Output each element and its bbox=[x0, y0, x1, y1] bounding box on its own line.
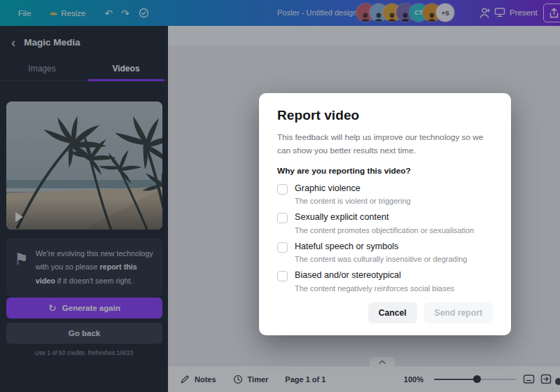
option-biased-stereotypical[interactable]: Biased and/or stereotypical The content … bbox=[277, 270, 493, 293]
send-report-button[interactable]: Send report bbox=[424, 302, 493, 323]
report-video-dialog: Report video This feedback will help us … bbox=[259, 93, 511, 335]
canva-editor: s File Resize ↶ ↷ Poster - Untitled desi… bbox=[0, 0, 560, 392]
checkbox[interactable] bbox=[277, 242, 288, 253]
option-hateful-speech[interactable]: Hateful speech or symbols The content wa… bbox=[277, 241, 493, 265]
cancel-button[interactable]: Cancel bbox=[368, 302, 417, 323]
dialog-actions: Cancel Send report bbox=[277, 302, 493, 323]
dialog-description: This feedback will help us improve our t… bbox=[277, 131, 493, 158]
option-sexually-explicit[interactable]: Sexually explicit content The content pr… bbox=[277, 212, 493, 235]
checkbox[interactable] bbox=[277, 271, 288, 281]
dialog-question: Why are you reporting this video? bbox=[277, 166, 493, 176]
dialog-title: Report video bbox=[277, 108, 493, 123]
checkbox[interactable] bbox=[277, 213, 288, 223]
option-graphic-violence[interactable]: Graphic violence The content is violent … bbox=[277, 183, 493, 206]
report-options: Graphic violence The content is violent … bbox=[277, 183, 493, 293]
checkbox[interactable] bbox=[277, 184, 288, 195]
